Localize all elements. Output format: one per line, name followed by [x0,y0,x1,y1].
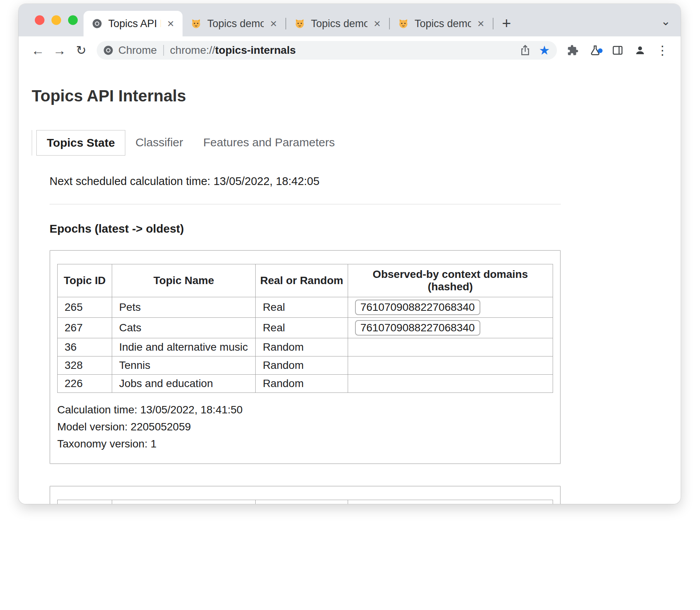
close-tab-icon[interactable]: × [371,17,383,30]
table-row: 267 Cats Real 7610709088227068340 [58,318,553,338]
tab-title: Topics demo [207,18,264,30]
chrome-logo-icon [103,45,114,56]
epoch-card-1: Topic ID Topic Name Real or Random Obser… [50,250,561,464]
real-or-random: Real [256,297,348,318]
col-topic-name: Topic Name [112,264,255,297]
topic-id: 226 [58,375,112,393]
back-icon[interactable]: ← [28,44,48,57]
close-tab-icon[interactable]: × [475,17,487,30]
window-controls [35,15,78,25]
internals-tab-bar: Topics State Classifier Features and Par… [32,130,681,156]
table-row: 226 Jobs and education Random [58,375,553,393]
side-panel-icon[interactable] [607,45,628,56]
url-host: topics-internals [215,44,295,56]
topic-name: Pets [112,297,255,318]
extensions-puzzle-icon[interactable] [562,45,583,56]
close-tab-icon[interactable]: × [165,17,176,30]
cat-icon [294,18,306,29]
forward-icon[interactable]: → [50,44,70,57]
tab-title: Topics API Intern [108,18,161,30]
observed-domains [348,375,553,393]
browser-tab-topics-internals[interactable]: Topics API Intern × [84,11,183,36]
minimize-window-button[interactable] [51,15,61,25]
more-menu-icon[interactable]: ⋮ [652,43,673,58]
fullscreen-window-button[interactable] [68,15,78,25]
hashed-domain-chip: 7610709088227068340 [355,300,480,315]
url-text: chrome://topics-internals [170,44,296,57]
topic-id: 265 [58,297,112,318]
browser-toolbar: ← → ↻ Chrome chrome://topics-internals ★ [19,36,681,64]
labs-flask-icon[interactable] [585,45,606,56]
col-observed-domains: Observed-by context domains (hashed) [348,500,553,504]
tab-classifier[interactable]: Classifier [125,130,193,156]
chrome-logo-icon [91,18,103,29]
table-row: 36 Indie and alternative music Random [58,338,553,356]
topic-name: Jobs and education [112,375,255,393]
real-or-random: Random [256,338,348,356]
col-real-or-random: Real or Random [256,500,348,504]
profile-icon[interactable] [630,45,650,56]
observed-domains [348,338,553,356]
topic-id: 328 [58,356,112,375]
url-scheme: chrome:// [170,44,215,56]
col-observed-domains: Observed-by context domains (hashed) [348,264,553,297]
browser-tab-strip: Topics API Intern × Topics demo × Topics… [19,4,681,36]
bookmark-star-icon[interactable]: ★ [539,44,550,57]
real-or-random: Random [256,356,348,375]
table-header-row: Topic ID Topic Name Real or Random Obser… [58,264,553,297]
topics-state-panel: Next scheduled calculation time: 13/05/2… [32,156,561,504]
reload-icon[interactable]: ↻ [71,44,91,57]
real-or-random: Random [256,375,348,393]
address-bar[interactable]: Chrome chrome://topics-internals ★ [97,41,557,60]
observed-domains [348,356,553,375]
tab-title: Topics demo [311,18,367,30]
table-row: 265 Pets Real 7610709088227068340 [58,297,553,318]
epoch-metadata: Calculation time: 13/05/2022, 18:41:50 M… [57,401,553,452]
new-tab-button[interactable]: + [502,15,511,31]
page-title: Topics API Internals [32,87,681,105]
taxonomy-version: Taxonomy version: 1 [57,435,553,452]
topic-name: Indie and alternative music [112,338,255,356]
col-topic-name: Topic Name [112,500,255,504]
page-content: Topics API Internals Topics State Classi… [19,64,681,504]
tab-separator [493,18,493,29]
epochs-heading: Epochs (latest -> oldest) [50,222,561,235]
share-icon[interactable] [519,45,531,56]
cat-icon [398,18,409,29]
topic-name: Cats [112,318,255,338]
col-real-or-random: Real or Random [256,264,348,297]
search-engine-chip: Chrome [118,44,157,57]
epoch-1-table: Topic ID Topic Name Real or Random Obser… [57,264,553,393]
tab-topics-state[interactable]: Topics State [36,130,125,156]
close-window-button[interactable] [35,15,44,25]
browser-window: Topics API Intern × Topics demo × Topics… [19,4,681,504]
real-or-random: Real [256,318,348,338]
browser-tab-topics-demo-1[interactable]: Topics demo × [183,11,285,36]
browser-tabs: Topics API Intern × Topics demo × Topics… [84,4,493,36]
tab-search-chevron-icon[interactable]: ⌄ [661,14,671,28]
browser-tab-topics-demo-2[interactable]: Topics demo × [286,11,389,36]
observed-domains: 7610709088227068340 [348,318,553,338]
observed-domains: 7610709088227068340 [348,297,553,318]
tab-features-and-parameters[interactable]: Features and Parameters [193,130,345,156]
table-header-row: Topic ID Topic Name Real or Random Obser… [58,500,553,504]
col-topic-id: Topic ID [58,264,112,297]
divider [50,204,561,204]
col-topic-id: Topic ID [58,500,112,504]
epoch-card-2: Topic ID Topic Name Real or Random Obser… [50,486,561,504]
cat-icon [190,18,202,29]
browser-tab-topics-demo-3[interactable]: Topics demo × [390,11,493,36]
hashed-domain-chip: 7610709088227068340 [355,320,480,336]
labs-badge-dot [598,48,603,53]
epoch-2-table: Topic ID Topic Name Real or Random Obser… [57,500,553,504]
close-tab-icon[interactable]: × [268,17,279,30]
calculation-time: Calculation time: 13/05/2022, 18:41:50 [57,401,553,418]
topic-name: Tennis [112,356,255,375]
model-version: Model version: 2205052059 [57,418,553,435]
next-calculation-time: Next scheduled calculation time: 13/05/2… [50,175,561,188]
omnibox-divider [163,45,164,56]
tab-title: Topics demo [415,18,471,30]
topic-id: 267 [58,318,112,338]
table-row: 328 Tennis Random [58,356,553,375]
topic-id: 36 [58,338,112,356]
